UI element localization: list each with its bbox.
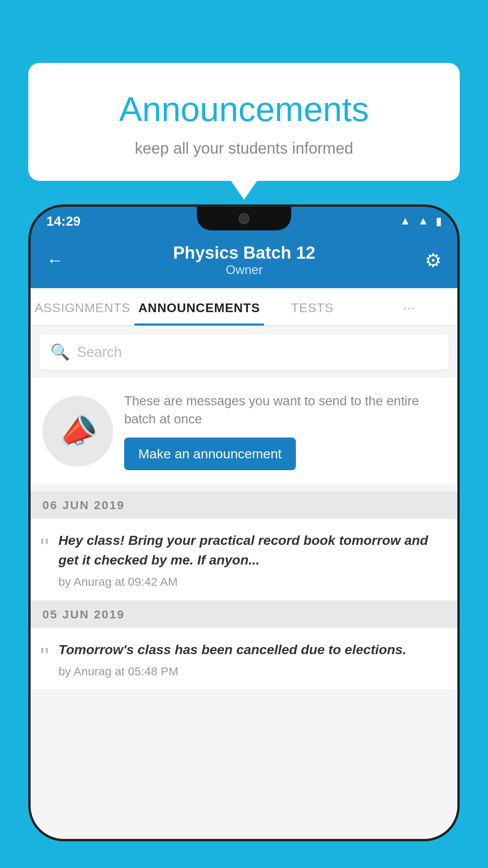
power-button — [457, 325, 460, 356]
announcement-text-1: Hey class! Bring your practical record b… — [59, 531, 446, 570]
speech-bubble-card: Announcements keep all your students inf… — [28, 63, 460, 181]
announcement-item-2[interactable]: " Tomorrow's class has been cancelled du… — [31, 628, 457, 690]
phone-mockup: 14:29 ▲ ▲ ▮ ← Physics Batch 12 Owner ⚙ A… — [28, 204, 460, 868]
date-separator-1: 06 JUN 2019 — [31, 491, 457, 519]
speech-bubble-subtitle: keep all your students informed — [52, 140, 436, 157]
tabs-bar: ASSIGNMENTS ANNOUNCEMENTS TESTS ··· — [31, 288, 457, 326]
megaphone-circle: 📣 — [42, 396, 113, 467]
quote-icon-2: " — [40, 642, 49, 671]
phone-notch — [197, 207, 291, 230]
announcement-item-1[interactable]: " Hey class! Bring your practical record… — [31, 519, 457, 601]
announcement-promo: 📣 These are messages you want to send to… — [31, 378, 457, 484]
signal-icon: ▲ — [418, 215, 429, 227]
status-icons: ▲ ▲ ▮ — [400, 215, 442, 228]
tab-assignments[interactable]: ASSIGNMENTS — [31, 288, 134, 326]
announcement-content-2: Tomorrow's class has been cancelled due … — [59, 640, 446, 678]
announcement-meta-1: by Anurag at 09:42 AM — [59, 575, 178, 588]
tab-tests[interactable]: TESTS — [264, 288, 361, 326]
back-button[interactable]: ← — [46, 250, 64, 270]
tab-announcements[interactable]: ANNOUNCEMENTS — [134, 288, 264, 326]
search-placeholder: Search — [77, 344, 122, 360]
battery-icon: ▮ — [436, 215, 442, 228]
batch-title: Physics Batch 12 — [173, 243, 316, 263]
search-icon: 🔍 — [50, 343, 70, 361]
tab-more[interactable]: ··· — [361, 288, 457, 326]
announcement-content-1: Hey class! Bring your practical record b… — [59, 531, 446, 588]
settings-gear-icon[interactable]: ⚙ — [425, 249, 442, 271]
megaphone-icon: 📣 — [54, 408, 102, 454]
quote-icon-1: " — [40, 533, 49, 562]
volume-up-button — [28, 340, 31, 388]
front-camera — [238, 213, 250, 224]
volume-down-button — [28, 399, 31, 447]
app-header: ← Physics Batch 12 Owner ⚙ — [31, 235, 457, 288]
search-bar[interactable]: 🔍 Search — [39, 334, 449, 370]
date-separator-2: 05 JUN 2019 — [31, 601, 457, 628]
wifi-icon: ▲ — [400, 215, 411, 227]
phone-content: 🔍 Search 📣 These are messages you want t… — [31, 326, 457, 841]
promo-right: These are messages you want to send to t… — [124, 392, 446, 470]
speech-bubble-section: Announcements keep all your students inf… — [28, 63, 460, 181]
status-time: 14:29 — [46, 213, 81, 229]
header-title-group: Physics Batch 12 Owner — [173, 243, 316, 277]
make-announcement-button[interactable]: Make an announcement — [124, 438, 296, 470]
speech-bubble-title: Announcements — [52, 90, 436, 129]
batch-subtitle: Owner — [173, 263, 316, 277]
promo-description: These are messages you want to send to t… — [124, 392, 446, 428]
announcement-meta-2: by Anurag at 05:48 PM — [59, 665, 178, 678]
announcement-text-2: Tomorrow's class has been cancelled due … — [59, 640, 446, 659]
phone-frame: 14:29 ▲ ▲ ▮ ← Physics Batch 12 Owner ⚙ A… — [28, 204, 460, 841]
